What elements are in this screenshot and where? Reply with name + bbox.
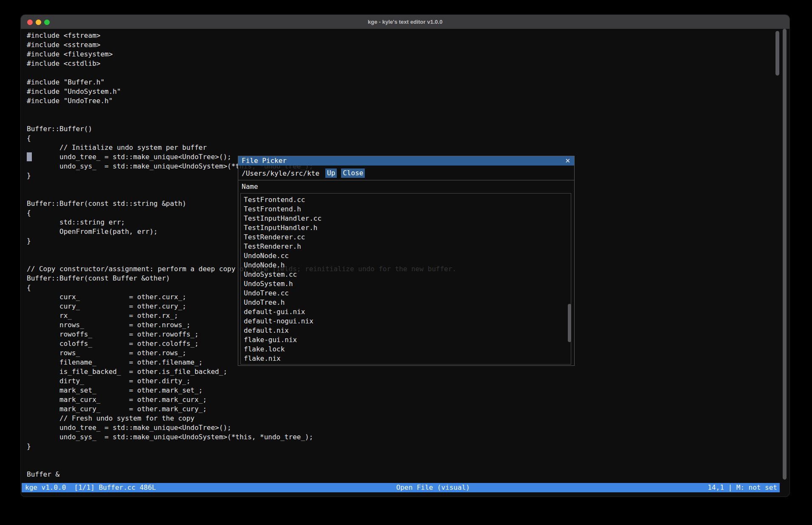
current-path: /Users/kyle/src/kte [242,169,319,177]
path-row: /Users/kyle/src/kte Up Close [242,168,365,178]
file-list-scrollbar-thumb[interactable] [568,304,571,342]
file-picker-titlebar[interactable]: File Picker ✕ [238,156,574,166]
file-list-item[interactable]: TestRenderer.cc [244,233,571,242]
status-file-info: kge v1.0.0 [1/1] Buffer.cc 486L [25,483,156,492]
window-scrollbar-rail[interactable] [783,29,787,480]
code-line: } [27,442,456,451]
status-bar: kge v1.0.0 [1/1] Buffer.cc 486L Open Fil… [22,483,780,492]
file-list-item[interactable]: flake-gui.nix [244,336,571,345]
code-line [27,106,456,115]
code-line [27,115,456,124]
divider [238,180,574,180]
code-line: Buffer & [27,470,456,479]
code-line: mark_set_ = other.mark_set_; [27,386,456,395]
file-list-item[interactable]: flake.lock [244,345,571,354]
file-list-item[interactable]: TestFrontend.cc [244,196,571,205]
file-list-item[interactable]: default-gui.nix [244,308,571,317]
editor-window: kge - kyle's text editor v1.0.0 #include… [21,15,789,497]
file-list-item[interactable]: UndoTree.h [244,298,571,308]
status-cursor-mark: 14,1 | M: not set [708,483,777,492]
code-line: #include "UndoTree.h" [27,96,456,106]
code-line: #include "UndoSystem.h" [27,87,456,96]
code-line [27,460,456,470]
file-list-item[interactable]: TestRenderer.h [244,242,571,252]
code-line: dirty_ = other.dirty_; [27,376,456,386]
file-list-item[interactable]: default-nogui.nix [244,317,571,326]
up-button[interactable]: Up [325,168,337,178]
code-line: { [27,134,456,143]
close-button[interactable]: Close [341,168,365,178]
code-line [27,451,456,460]
window-titlebar[interactable]: kge - kyle's text editor v1.0.0 [21,15,789,29]
code-line: is_file_backed_ = other.is_file_backed_; [27,367,456,376]
text-cursor [27,152,32,161]
file-list-item[interactable]: UndoSystem.h [244,280,571,289]
code-line: undo_sys_ = std::make_unique<UndoSystem>… [27,432,456,442]
file-list-item[interactable]: TestInputHandler.cc [244,214,571,224]
file-list-item[interactable]: TestFrontend.h [244,205,571,214]
code-line: mark_curx_ = other.mark_curx_; [27,395,456,404]
file-list-item[interactable]: UndoNode.h [244,261,571,270]
file-list-item[interactable]: UndoNode.cc [244,252,571,261]
code-line: #include "Buffer.h" [27,78,456,87]
file-list-item[interactable]: TestInputHandler.h [244,224,571,233]
file-picker-title: File Picker [238,157,287,165]
close-icon[interactable]: ✕ [565,156,570,166]
code-line: undo_tree_ = std::make_unique<UndoTree>(… [27,423,456,432]
file-list-item[interactable]: UndoSystem.cc [244,270,571,280]
code-line: // Fresh undo system for the copy [27,414,456,423]
code-line: #include <fstream> [27,31,456,40]
code-line: #include <cstdlib> [27,59,456,68]
code-line [27,68,456,78]
file-list-item[interactable]: flake.nix [244,354,571,364]
code-line: mark_cury_ = other.mark_cury_; [27,404,456,414]
file-list-item[interactable]: default.nix [244,326,571,336]
editor-scrollbar-thumb[interactable] [775,31,779,76]
status-mode-message: Open File (visual) [396,483,470,492]
code-line: Buffer::Buffer() [27,124,456,134]
window-title: kge - kyle's text editor v1.0.0 [21,19,789,25]
file-list-item[interactable]: UndoTree.cc [244,289,571,298]
column-header-name: Name [242,182,258,191]
code-line: #include <filesystem> [27,50,456,59]
file-list[interactable]: TestFrontend.ccTestFrontend.hTestInputHa… [240,193,571,365]
code-line: #include <sstream> [27,40,456,50]
code-line: // Initialize undo system per buffer [27,143,456,152]
file-picker-dialog: File Picker ✕ /Users/kyle/src/kte Up Clo… [238,156,575,366]
